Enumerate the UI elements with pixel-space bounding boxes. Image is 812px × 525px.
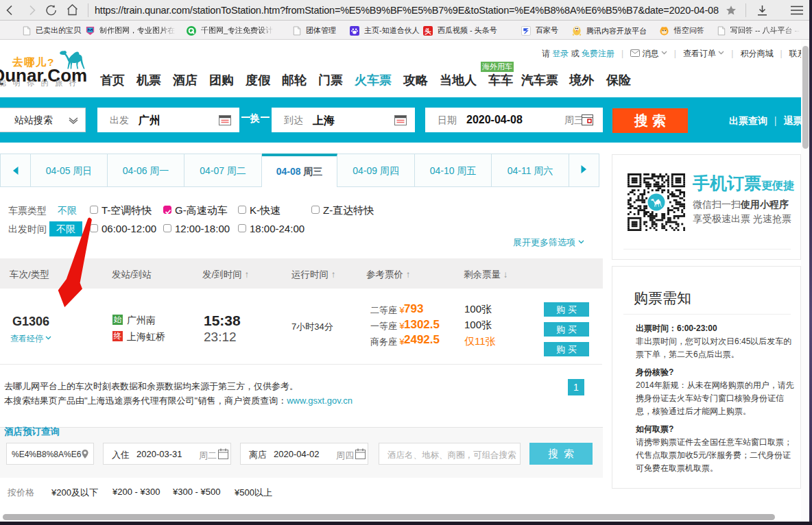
svg-text:头: 头	[425, 27, 431, 34]
